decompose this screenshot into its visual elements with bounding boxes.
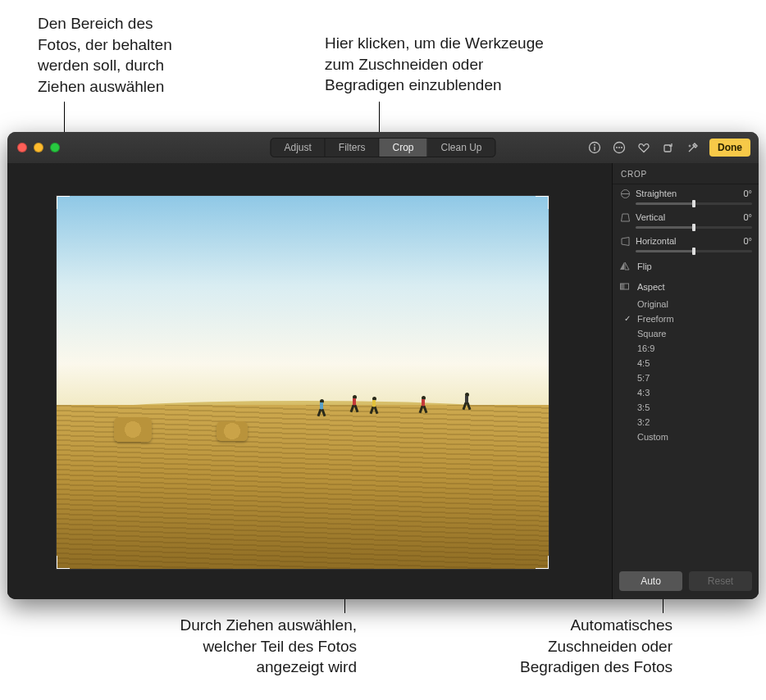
flip-icon	[619, 261, 631, 271]
svg-rect-1	[594, 147, 595, 151]
aspect-option[interactable]: 5:7	[637, 370, 759, 385]
tab-cleanup[interactable]: Clean Up	[428, 139, 495, 157]
crop-handle-bottom-left[interactable]	[57, 556, 70, 569]
photo-haybale	[217, 421, 248, 441]
crop-handle-bottom-right[interactable]	[536, 556, 549, 569]
svg-point-6	[621, 147, 622, 148]
zoom-window-button[interactable]	[50, 143, 60, 152]
vertical-slider-row[interactable]: Vertical 0°	[613, 208, 759, 226]
callout-bottom-left: Durch Ziehen auswählen, welcher Teil des…	[127, 615, 357, 678]
horizontal-value: 0°	[729, 236, 752, 246]
tab-filters[interactable]: Filters	[326, 139, 380, 157]
photo-figure	[350, 395, 358, 413]
photo-crop-area[interactable]	[57, 196, 549, 569]
callout-top-right: Hier klicken, um die Werkzeuge zum Zusch…	[325, 33, 620, 96]
aspect-option[interactable]: 3:2	[637, 415, 759, 430]
sidebar-title: CROP	[613, 163, 759, 184]
info-icon[interactable]	[586, 139, 603, 156]
tab-adjust[interactable]: Adjust	[271, 139, 325, 157]
photo-haybale	[114, 417, 152, 442]
vertical-track[interactable]	[636, 226, 752, 229]
svg-point-2	[594, 144, 595, 146]
aspect-label: Aspect	[637, 282, 665, 292]
rotate-icon[interactable]	[660, 139, 677, 156]
straighten-label: Straighten	[636, 189, 724, 198]
straighten-slider-row[interactable]: Straighten 0°	[613, 184, 759, 202]
aspect-option[interactable]: Square	[637, 326, 759, 341]
svg-point-5	[618, 147, 620, 148]
aspect-header[interactable]: Aspect	[613, 276, 759, 297]
crop-sidebar: CROP Straighten 0° Vertical 0°	[612, 163, 759, 599]
photo-sky	[57, 196, 549, 420]
callout-bottom-right: Automatisches Zuschneiden oder Begradige…	[484, 615, 673, 678]
svg-marker-11	[622, 237, 629, 245]
crop-handle-top-right[interactable]	[536, 196, 549, 209]
minimize-window-button[interactable]	[34, 143, 43, 152]
svg-marker-10	[621, 214, 629, 221]
photo-figure	[317, 399, 326, 417]
svg-marker-12	[620, 262, 624, 270]
window-body: CROP Straighten 0° Vertical 0°	[7, 163, 759, 599]
flip-button[interactable]: Flip	[613, 256, 759, 276]
horizontal-slider-row[interactable]: Horizontal 0°	[613, 232, 759, 250]
aspect-option[interactable]: 4:5	[637, 356, 759, 370]
aspect-option[interactable]: 4:3	[637, 385, 759, 400]
straighten-track[interactable]	[636, 202, 752, 205]
window-controls	[17, 143, 60, 152]
close-window-button[interactable]	[17, 143, 27, 152]
aspect-option[interactable]: 3:5	[637, 400, 759, 415]
sidebar-footer: Auto Reset	[619, 571, 752, 591]
horizontal-perspective-icon	[619, 235, 631, 247]
svg-marker-13	[625, 262, 629, 270]
auto-enhance-icon[interactable]	[685, 139, 701, 156]
annotated-screenshot: Den Bereich des Fotos, der behalten werd…	[0, 0, 766, 700]
vertical-perspective-icon	[619, 211, 631, 223]
canvas-area	[7, 163, 612, 599]
svg-point-4	[616, 147, 618, 148]
photo-figure	[419, 396, 427, 414]
aspect-option[interactable]: 16:9	[637, 341, 759, 356]
more-icon[interactable]	[611, 139, 627, 156]
aspect-option[interactable]: Original	[637, 297, 759, 311]
favorite-heart-icon[interactable]	[636, 139, 652, 156]
edit-mode-tabs: Adjust Filters Crop Clean Up	[270, 138, 495, 157]
auto-crop-button[interactable]: Auto	[619, 571, 682, 591]
reset-crop-button[interactable]: Reset	[689, 571, 752, 591]
callout-top-left: Den Bereich des Fotos, der behalten werd…	[38, 13, 251, 98]
vertical-value: 0°	[729, 212, 752, 222]
done-button[interactable]: Done	[709, 139, 750, 157]
straighten-icon	[619, 188, 631, 199]
photos-edit-window: Adjust Filters Crop Clean Up	[7, 132, 759, 599]
aspect-option[interactable]: Custom	[637, 430, 759, 444]
horizontal-track[interactable]	[636, 250, 752, 252]
photo-figure	[463, 393, 471, 411]
photo-figure	[370, 397, 378, 415]
crop-handle-top-left[interactable]	[57, 196, 70, 209]
horizontal-label: Horizontal	[636, 236, 724, 246]
titlebar: Adjust Filters Crop Clean Up	[7, 132, 759, 164]
flip-label: Flip	[637, 261, 652, 271]
aspect-icon	[619, 281, 631, 292]
aspect-options-list: OriginalFreeformSquare16:94:55:74:33:53:…	[613, 297, 759, 444]
vertical-label: Vertical	[636, 212, 724, 222]
tab-crop[interactable]: Crop	[379, 139, 427, 157]
svg-rect-15	[621, 284, 625, 289]
aspect-option[interactable]: Freeform	[637, 311, 759, 326]
straighten-value: 0°	[729, 189, 752, 198]
toolbar-right: Done	[586, 139, 750, 157]
